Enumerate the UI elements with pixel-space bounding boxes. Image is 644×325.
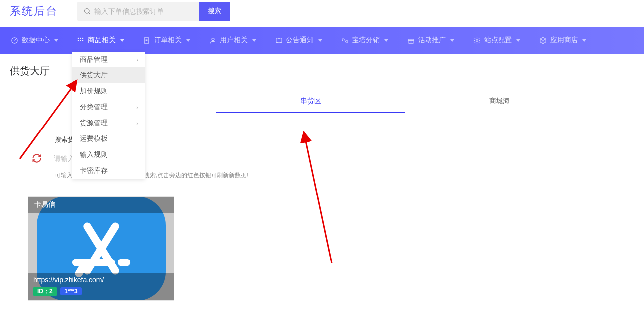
nav-promo[interactable]: 活动推广	[407, 36, 454, 45]
order-icon	[143, 37, 150, 44]
svg-point-12	[212, 38, 214, 40]
nav-label: 商品相关	[88, 36, 116, 45]
nav-label: 站点配置	[484, 36, 512, 45]
tab-label: 商城海	[489, 97, 510, 105]
card-title: 卡易信	[34, 200, 55, 209]
dropdown-item-label: 卡密库存	[80, 166, 108, 175]
gear-icon	[473, 37, 481, 44]
svg-rect-7	[80, 40, 81, 41]
user-icon	[209, 37, 216, 44]
dropdown-item-label: 输入规则	[80, 150, 108, 159]
svg-point-16	[476, 39, 478, 41]
nav-appstore[interactable]: 应用商店	[539, 36, 586, 45]
gift-icon	[407, 37, 415, 44]
chevron-down-icon	[450, 39, 454, 42]
caret-right-icon: ›	[136, 57, 138, 63]
refresh-icon	[32, 153, 42, 163]
global-search: 搜索	[77, 2, 230, 21]
tab-underline	[216, 112, 405, 113]
chevron-down-icon	[252, 39, 256, 42]
card-title-bar: 卡易信	[28, 197, 174, 213]
dropdown-item-supply-hall[interactable]: 供货大厅	[72, 67, 145, 83]
card-url: https://vip.zhikefa.com/	[33, 276, 169, 284]
products-dropdown: 商品管理 › 供货大厅 加价规则 分类管理 › 货源管理 › 运费模板 输入规则…	[72, 52, 145, 179]
tab-mallsea[interactable]: 商城海	[405, 97, 594, 113]
dropdown-item-label: 运费模板	[80, 134, 108, 143]
chevron-down-icon	[582, 39, 586, 42]
chevron-down-icon	[120, 39, 124, 42]
caret-right-icon: ›	[136, 104, 138, 110]
svg-line-1	[89, 13, 90, 14]
tab-bar: 串货区 商城海	[216, 97, 594, 113]
main-nav: 数据中心 商品相关 订单相关 用户相关 公告通知 宝塔分销 活动推广 站点配置	[0, 27, 644, 54]
chevron-down-icon	[186, 39, 190, 42]
tab-crossarea[interactable]: 串货区	[216, 97, 405, 113]
global-search-input[interactable]	[94, 2, 199, 21]
dropdown-item-source[interactable]: 货源管理 ›	[72, 115, 145, 131]
chevron-down-icon	[384, 39, 388, 42]
svg-rect-3	[78, 37, 79, 39]
nav-data-center[interactable]: 数据中心	[11, 36, 58, 45]
svg-rect-4	[80, 37, 81, 39]
dropdown-item-category[interactable]: 分类管理 ›	[72, 99, 145, 115]
svg-rect-5	[82, 37, 84, 39]
nav-label: 用户相关	[220, 36, 248, 45]
dropdown-item-label: 货源管理	[80, 119, 108, 128]
dropdown-item-card-stock[interactable]: 卡密库存	[72, 163, 145, 179]
app-title: 系统后台	[10, 4, 58, 19]
nav-label: 活动推广	[418, 36, 446, 45]
dropdown-item-label: 分类管理	[80, 103, 108, 112]
chevron-down-icon	[54, 39, 58, 42]
nav-label: 公告通知	[286, 36, 314, 45]
nav-users[interactable]: 用户相关	[209, 36, 256, 45]
infinity-icon	[341, 37, 349, 44]
header: 系统后台 搜索	[0, 0, 644, 27]
grid-icon	[77, 37, 84, 44]
supplier-card[interactable]: 卡易信 https://vip.zhikefa.com/ ID：2 1***3	[28, 196, 174, 301]
dashboard-icon	[11, 37, 18, 44]
dropdown-item-product-manage[interactable]: 商品管理 ›	[72, 52, 145, 67]
dropdown-item-input-rule[interactable]: 输入规则	[72, 147, 145, 163]
nav-announce[interactable]: 公告通知	[275, 36, 322, 45]
nav-label: 订单相关	[154, 36, 182, 45]
nav-label: 数据中心	[22, 36, 50, 45]
dropdown-item-freight[interactable]: 运费模板	[72, 131, 145, 147]
svg-rect-8	[82, 40, 84, 41]
card-footer: https://vip.zhikefa.com/ ID：2 1***3	[28, 273, 174, 300]
nav-baota[interactable]: 宝塔分销	[341, 36, 388, 45]
svg-rect-6	[78, 40, 79, 41]
tab-label: 串货区	[300, 97, 321, 105]
nav-label: 宝塔分销	[352, 36, 380, 45]
dropdown-item-label: 供货大厅	[80, 71, 108, 80]
nav-orders[interactable]: 订单相关	[143, 36, 190, 45]
dropdown-item-label: 商品管理	[80, 55, 108, 64]
dropdown-item-label: 加价规则	[80, 87, 108, 96]
card-badge-id: ID：2	[33, 287, 57, 296]
book-icon	[275, 37, 283, 44]
cube-icon	[539, 37, 547, 44]
chevron-down-icon	[516, 39, 520, 42]
nav-site-config[interactable]: 站点配置	[473, 36, 520, 45]
global-search-button[interactable]: 搜索	[199, 2, 230, 21]
refresh-button[interactable]	[32, 153, 43, 163]
card-badge-num: 1***3	[60, 287, 81, 295]
nav-label: 应用商店	[550, 36, 578, 45]
dropdown-item-markup-rule[interactable]: 加价规则	[72, 83, 145, 99]
nav-products[interactable]: 商品相关	[77, 36, 124, 45]
chevron-down-icon	[318, 39, 322, 42]
search-icon	[77, 7, 94, 15]
caret-right-icon: ›	[136, 120, 138, 126]
svg-point-0	[85, 9, 89, 13]
